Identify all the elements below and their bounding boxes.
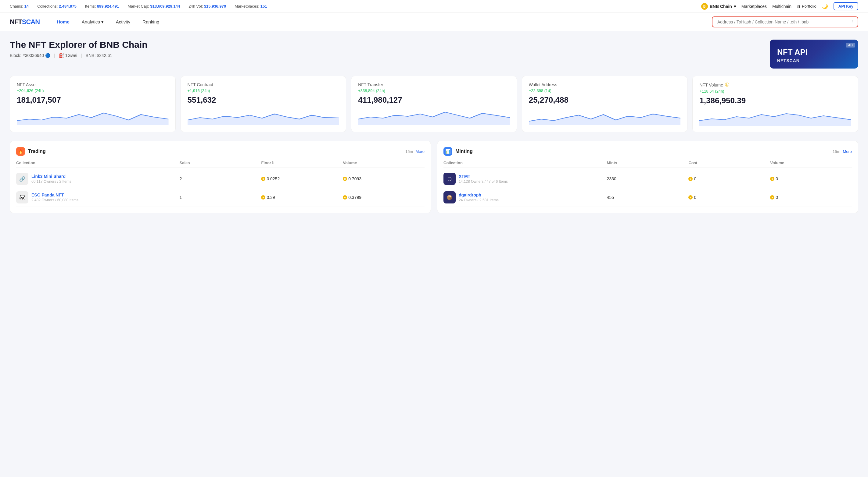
ad-banner[interactable]: AD NFT API NFTSCAN: [770, 40, 858, 69]
bnb-icon: B: [343, 195, 347, 200]
items-stat: Items: 899,924,491: [85, 4, 119, 8]
logo[interactable]: NFTSCAN: [10, 18, 40, 26]
trading-timeframe: 15m: [405, 149, 413, 154]
collection-name[interactable]: XTMT: [459, 174, 508, 179]
volume-value: B 0.3799: [343, 195, 425, 200]
col-collection: Collection: [16, 161, 180, 165]
collection-name[interactable]: Link3 Mini Shard: [31, 174, 71, 179]
collection-image: 🔗: [16, 173, 28, 185]
stat-label-nft-asset: NFT Asset: [17, 82, 169, 87]
bnb-chain-icon: 🔵: [45, 53, 50, 58]
block-number[interactable]: Block: #30036640 🔵: [10, 53, 50, 58]
api-key-button[interactable]: API Key: [834, 2, 858, 10]
search-shortcut: /: [851, 20, 853, 24]
minting-panel: 📊 Minting 15m More Collection Mints Cost…: [437, 141, 858, 213]
stat-change-nft-volume: +118.64 (24h): [699, 89, 851, 94]
dark-mode-toggle[interactable]: 🌙: [822, 3, 828, 9]
minting-rows: ⬡ XTMT 14,128 Owners / 47,546 Items 2330…: [443, 170, 852, 207]
logo-scan: SCAN: [22, 18, 40, 26]
bnb-icon: B: [701, 3, 708, 10]
stat-value-nft-contract: 551,632: [188, 95, 339, 105]
stat-label-wallet-address: Wallet Address: [529, 82, 681, 87]
stat-value-nft-volume: 1,386,950.39: [699, 96, 851, 105]
multichain-nav[interactable]: Multichain: [772, 4, 792, 9]
nav-links: Home Analytics ▾ Activity Ranking: [52, 17, 164, 27]
bnb-icon: B: [343, 177, 347, 181]
floor-value: B 0.39: [261, 195, 343, 200]
search-box[interactable]: /: [712, 16, 858, 27]
volume-value: B 0.7093: [343, 176, 425, 181]
col-floor: Floor ℹ: [261, 161, 343, 165]
trading-icon: 🔥: [16, 147, 25, 156]
stat-change-nft-asset: +204,626 (24h): [17, 88, 169, 93]
search-input[interactable]: [717, 20, 851, 24]
logo-nft: NFT: [10, 18, 22, 26]
trading-collection-cell: 🐼 ESG Panda NFT 2,432 Owners / 60,080 It…: [16, 191, 180, 203]
search-container: /: [712, 16, 858, 27]
collection-sub: 24 Owners / 2,581 Items: [459, 198, 499, 202]
stat-change-wallet-address: +22,398 (1d): [529, 88, 681, 93]
minting-collection-cell: 📦 dgairdropb 24 Owners / 2,581 Items: [443, 191, 607, 203]
main-content: The NFT Explorer of BNB Chain Block: #30…: [0, 31, 868, 222]
stat-label-nft-volume: NFT Volume ⓑ: [699, 82, 851, 88]
trading-collection-cell: 🔗 Link3 Mini Shard 60,117 Owners / 2 Ite…: [16, 173, 180, 185]
nav-activity[interactable]: Activity: [111, 17, 135, 27]
col-sales: Sales: [180, 161, 261, 165]
marketplaces-nav[interactable]: Marketplaces: [741, 4, 767, 9]
minting-header: 📊 Minting 15m More: [443, 147, 852, 156]
collection-name[interactable]: ESG Panda NFT: [31, 193, 79, 197]
marketplaces-stat: Marketplaces: 151: [235, 4, 267, 8]
col-volume: Volume: [343, 161, 425, 165]
hero-left: The NFT Explorer of BNB Chain Block: #30…: [10, 40, 148, 58]
collection-sub: 60,117 Owners / 2 Items: [31, 179, 71, 184]
stat-label-nft-transfer: NFT Transfer: [358, 82, 510, 87]
sales-value: 1: [180, 195, 261, 200]
collection-name[interactable]: dgairdropb: [459, 193, 499, 197]
trading-rows: 🔗 Link3 Mini Shard 60,117 Owners / 2 Ite…: [16, 170, 425, 207]
bnb-volume-icon: ⓑ: [725, 82, 729, 88]
nav-analytics[interactable]: Analytics ▾: [77, 17, 108, 27]
stat-sparkline-nft-contract: [188, 108, 339, 125]
stat-label-nft-contract: NFT Contract: [188, 82, 339, 87]
stat-sparkline-nft-volume: [699, 109, 851, 126]
mints-value: 2330: [607, 176, 689, 181]
sales-value: 2: [180, 176, 261, 181]
bnb-icon: B: [770, 177, 774, 181]
trading-meta: 15m More: [405, 149, 425, 154]
ad-title: NFT API: [777, 47, 851, 57]
stat-value-nft-transfer: 411,980,127: [358, 95, 510, 105]
cost-value: B 0: [688, 195, 770, 200]
bnb-icon: B: [688, 195, 693, 200]
bnb-icon: B: [261, 177, 265, 181]
collection-image: ⬡: [443, 173, 456, 185]
nav-ranking[interactable]: Ranking: [137, 17, 164, 27]
hero-meta: Block: #30036640 🔵 | ⛽ 1Gwei | BNB: $242…: [10, 53, 148, 58]
chevron-down-icon: ▾: [734, 4, 736, 9]
stat-card-nft-asset: NFT Asset+204,626 (24h)181,017,507: [10, 76, 176, 132]
minting-more[interactable]: More: [843, 149, 852, 154]
stat-sparkline-nft-asset: [17, 108, 169, 125]
collection-image: 📦: [443, 191, 456, 203]
bnb-chain-selector[interactable]: B BNB Chain ▾: [701, 3, 736, 10]
trading-more[interactable]: More: [415, 149, 425, 154]
svg-marker-3: [529, 114, 681, 125]
trading-title: Trading: [28, 149, 46, 154]
stat-value-nft-asset: 181,017,507: [17, 95, 169, 105]
separator2: |: [81, 53, 82, 58]
chevron-down-icon: ▾: [101, 19, 104, 25]
table-row: ⬡ XTMT 14,128 Owners / 47,546 Items 2330…: [443, 170, 852, 188]
nav-home[interactable]: Home: [52, 17, 74, 27]
collection-image: 🐼: [16, 191, 28, 203]
collection-sub: 2,432 Owners / 60,080 Items: [31, 198, 79, 202]
collections-stat: Collections: 2,484,975: [37, 4, 76, 8]
mint-volume-value: B 0: [770, 176, 852, 181]
trading-header: 🔥 Trading 15m More: [16, 147, 425, 156]
portfolio-btn[interactable]: ◑ Portfolio: [797, 4, 816, 8]
mints-value: 455: [607, 195, 689, 200]
table-row: 🔗 Link3 Mini Shard 60,117 Owners / 2 Ite…: [16, 170, 425, 188]
floor-value: B 0.0252: [261, 176, 343, 181]
stat-card-nft-contract: NFT Contract+1,916 (24h)551,632: [181, 76, 346, 132]
trading-table-header: Collection Sales Floor ℹ Volume: [16, 161, 425, 168]
stats-cards: NFT Asset+204,626 (24h)181,017,507NFT Co…: [10, 76, 858, 132]
vol24h-stat: 24h Vol: $15,936,970: [188, 4, 226, 8]
